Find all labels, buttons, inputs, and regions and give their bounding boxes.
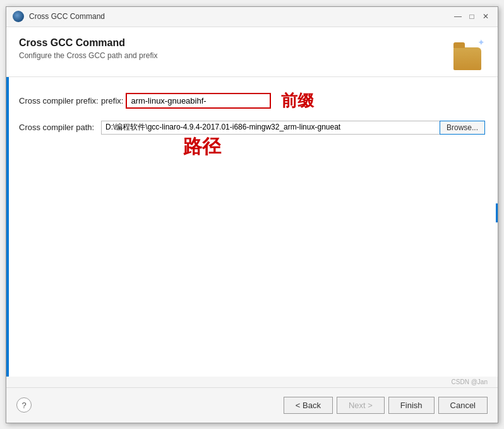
path-row: Cross compiler path: Browse... — [19, 121, 485, 135]
right-accent-bar — [496, 203, 498, 222]
folder-icon — [453, 47, 481, 70]
next-button[interactable]: Next > — [337, 397, 385, 414]
watermark-row: CSDN @Jan — [6, 377, 498, 387]
minimize-button[interactable]: — — [452, 11, 464, 22]
browse-button[interactable]: Browse... — [440, 121, 485, 135]
footer-right: < Back Next > Finish Cancel — [284, 397, 488, 414]
dialog-subtitle: Configure the Cross GCC path and prefix — [19, 51, 157, 60]
footer-left: ? — [16, 397, 32, 413]
left-accent-bar — [6, 77, 9, 377]
path-input[interactable] — [101, 121, 440, 135]
help-button[interactable]: ? — [16, 397, 32, 413]
annotation-qianzui: 前缀 — [281, 90, 314, 112]
path-label: Cross compiler path: — [19, 123, 101, 132]
prefix-sublabel: prefix: — [101, 96, 123, 106]
title-bar-controls: — □ ✕ — [452, 11, 491, 22]
prefix-group: prefix: 前缀 — [101, 90, 485, 112]
header-text: Cross GCC Command Configure the Cross GC… — [19, 37, 157, 60]
eclipse-icon — [13, 11, 24, 22]
back-button[interactable]: < Back — [284, 397, 333, 414]
header-section: Cross GCC Command Configure the Cross GC… — [6, 27, 498, 77]
close-button[interactable]: ✕ — [480, 11, 491, 22]
finish-button[interactable]: Finish — [388, 397, 435, 414]
header-icon: ✦ — [452, 37, 485, 70]
prefix-row: Cross compiler prefix: prefix: 前缀 — [19, 90, 485, 112]
watermark-text: CSDN @Jan — [452, 378, 491, 387]
dialog-title: Cross GCC Command — [19, 37, 157, 49]
prefix-input[interactable] — [126, 93, 271, 109]
path-input-group: Browse... — [101, 121, 485, 135]
title-bar: Cross GCC Command — □ ✕ — [6, 7, 498, 27]
title-bar-left: Cross GCC Command — [13, 11, 105, 22]
dialog-window: Cross GCC Command — □ ✕ Cross GCC Comman… — [6, 6, 498, 423]
sparkle-icon: ✦ — [477, 37, 485, 47]
cancel-button[interactable]: Cancel — [438, 397, 488, 414]
footer: ? < Back Next > Finish Cancel — [6, 387, 498, 423]
title-bar-text: Cross GCC Command — [29, 12, 105, 21]
prefix-label: Cross compiler prefix: — [19, 96, 101, 106]
maximize-button[interactable]: □ — [466, 11, 477, 22]
annotation-lujing: 路径 — [183, 134, 221, 160]
content-area: Cross compiler prefix: prefix: 前缀 Cross … — [6, 77, 498, 377]
